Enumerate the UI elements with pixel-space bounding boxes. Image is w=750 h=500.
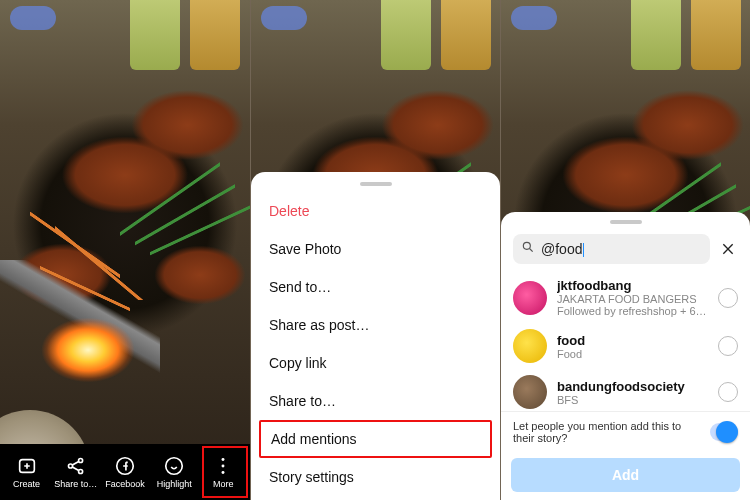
search-icon: [521, 240, 535, 258]
add-button[interactable]: Add: [511, 458, 740, 492]
menu-copy-link[interactable]: Copy link: [251, 344, 500, 382]
select-radio[interactable]: [718, 288, 738, 308]
panel-more-menu: Delete Save Photo Send to… Share as post…: [250, 0, 500, 500]
mention-sheet: @food jktfoodbang JAKARTA FOOD BANGERS F…: [501, 212, 750, 500]
highlight-button[interactable]: Highlight: [152, 455, 196, 489]
photo-jar: [691, 0, 741, 70]
result-text: jktfoodbang JAKARTA FOOD BANGERS Followe…: [557, 278, 708, 317]
photo-jar: [190, 0, 240, 70]
allow-reshare-toggle[interactable]: [710, 423, 738, 441]
mention-results: jktfoodbang JAKARTA FOOD BANGERS Followe…: [501, 272, 750, 411]
avatar: [513, 281, 547, 315]
action-label: More: [213, 479, 234, 489]
result-username: food: [557, 333, 708, 348]
facebook-icon: [114, 455, 136, 477]
status-pill: [261, 6, 307, 30]
menu-story-settings[interactable]: Story settings: [251, 458, 500, 496]
more-button[interactable]: More: [201, 455, 245, 489]
menu-share-as-post[interactable]: Share as post…: [251, 306, 500, 344]
result-subtitle: JAKARTA FOOD BANGERS: [557, 293, 708, 305]
photo-jar: [130, 0, 180, 70]
svg-point-3: [78, 469, 82, 473]
mention-result[interactable]: food Food: [501, 323, 750, 369]
photo-jar: [631, 0, 681, 70]
svg-point-2: [78, 458, 82, 462]
highlight-box-add-mentions: Add mentions: [259, 420, 492, 458]
photo-jar: [441, 0, 491, 70]
panel-story-view: Create Share to… Facebook Highlight More: [0, 0, 250, 500]
svg-point-5: [166, 458, 183, 475]
mention-footer: Let people you mention add this to their…: [501, 411, 750, 452]
svg-point-6: [222, 458, 225, 461]
svg-point-7: [222, 465, 225, 468]
search-input[interactable]: @food: [541, 241, 584, 257]
result-subtitle: BFS: [557, 394, 708, 406]
clear-search-button[interactable]: [718, 239, 738, 259]
avatar: [513, 375, 547, 409]
create-button[interactable]: Create: [5, 455, 49, 489]
action-label: Facebook: [105, 479, 145, 489]
more-icon: [212, 455, 234, 477]
share-icon: [65, 455, 87, 477]
svg-point-1: [68, 464, 72, 468]
mention-result[interactable]: jktfoodbang JAKARTA FOOD BANGERS Followe…: [501, 272, 750, 323]
mention-result[interactable]: bandungfoodsociety BFS: [501, 369, 750, 411]
menu-share-to[interactable]: Share to…: [251, 382, 500, 420]
svg-point-9: [523, 242, 530, 249]
panel-add-mentions: @food jktfoodbang JAKARTA FOOD BANGERS F…: [500, 0, 750, 500]
highlight-icon: [163, 455, 185, 477]
action-label: Share to…: [54, 479, 97, 489]
footer-text: Let people you mention add this to their…: [513, 420, 702, 444]
photo-torch-flame: [0, 260, 160, 440]
result-text: food Food: [557, 333, 708, 360]
status-pill: [10, 6, 56, 30]
status-pill: [511, 6, 557, 30]
photo-jar: [381, 0, 431, 70]
result-subtitle: Food: [557, 348, 708, 360]
select-radio[interactable]: [718, 336, 738, 356]
avatar: [513, 329, 547, 363]
result-followed-by: Followed by refreshshop + 6 more: [557, 305, 708, 317]
sheet-handle[interactable]: [610, 220, 642, 224]
svg-point-8: [222, 471, 225, 474]
action-label: Highlight: [157, 479, 192, 489]
toggle-knob: [716, 421, 738, 443]
action-label: Create: [13, 479, 40, 489]
menu-add-mentions[interactable]: Add mentions: [261, 422, 490, 456]
search-box[interactable]: @food: [513, 234, 710, 264]
result-username: jktfoodbang: [557, 278, 708, 293]
more-menu-sheet: Delete Save Photo Send to… Share as post…: [251, 172, 500, 500]
menu-delete[interactable]: Delete: [251, 192, 500, 230]
sheet-handle[interactable]: [360, 182, 392, 186]
select-radio[interactable]: [718, 382, 738, 402]
result-username: bandungfoodsociety: [557, 379, 708, 394]
result-text: bandungfoodsociety BFS: [557, 379, 708, 406]
story-action-bar: Create Share to… Facebook Highlight More: [0, 444, 250, 500]
share-to-button[interactable]: Share to…: [54, 455, 98, 489]
search-row: @food: [501, 230, 750, 272]
menu-save-photo[interactable]: Save Photo: [251, 230, 500, 268]
menu-send-to[interactable]: Send to…: [251, 268, 500, 306]
facebook-button[interactable]: Facebook: [103, 455, 147, 489]
create-icon: [16, 455, 38, 477]
